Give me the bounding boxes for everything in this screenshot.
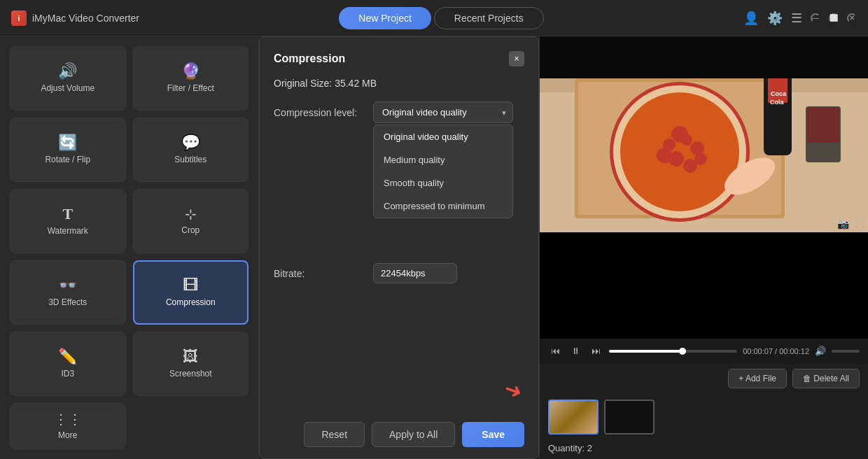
sidebar-label-subtitles: Subtitles	[174, 155, 206, 164]
titlebar-left: i iMyMac Video Converter	[11, 10, 139, 26]
svg-text:Coca: Coca	[771, 90, 787, 97]
thumb-pizza-image	[550, 401, 597, 433]
sidebar-item-filter-effect[interactable]: 🔮 Filter / Effect	[133, 46, 249, 111]
titlebar-right: 👤 ⚙️ ☰ — ⬜ ✕	[743, 10, 857, 26]
titlebar-center: New Project Recent Projects	[339, 7, 543, 29]
svg-text:Cola: Cola	[770, 99, 784, 106]
filter-effect-icon: 🔮	[181, 64, 200, 79]
svg-point-6	[620, 92, 739, 211]
delete-all-button[interactable]: 🗑 Delete All	[792, 369, 860, 388]
right-panel: Coca Cola 📷 ⛶ ⏮ ⏸ ⏭	[539, 36, 868, 459]
sidebar-label-filter-effect: Filter / Effect	[167, 83, 214, 93]
more-icon: ⋮⋮	[54, 412, 82, 426]
subtitles-icon: 💬	[181, 135, 200, 150]
screenshot-icon: 🖼	[183, 349, 198, 365]
sidebar-label-rotate-flip: Rotate / Flip	[45, 155, 90, 164]
svg-point-11	[663, 139, 676, 151]
dropdown-option-original[interactable]: Original video quality	[374, 125, 512, 148]
sidebar-item-more[interactable]: ⋮⋮ More	[10, 403, 126, 449]
svg-point-14	[694, 153, 707, 165]
svg-text:📷: 📷	[837, 218, 850, 230]
video-frame: Coca Cola 📷 ⛶	[540, 36, 868, 232]
volume-bar[interactable]	[832, 350, 860, 353]
dropdown-option-smooth[interactable]: Smooth quality	[374, 171, 512, 195]
modal-footer: Reset Apply to All Save	[260, 411, 538, 458]
sidebar: 🔊 Adjust Volume 🔮 Filter / Effect 🔄 Rota…	[0, 36, 259, 459]
compression-icon: 🎞	[183, 278, 198, 293]
center-panel: Compression × Original Size: 35.42 MB Co…	[259, 36, 539, 459]
add-file-button[interactable]: + Add File	[728, 369, 787, 388]
sidebar-label-screenshot: Screenshot	[169, 369, 212, 379]
recent-projects-tab[interactable]: Recent Projects	[434, 7, 544, 29]
compression-modal: Compression × Original Size: 35.42 MB Co…	[259, 36, 539, 459]
original-size-text: Original Size: 35.42 MB	[274, 78, 524, 89]
settings-icon[interactable]: ⚙️	[767, 10, 783, 26]
compression-level-row: Compression level: Original video qualit…	[274, 101, 524, 123]
volume-icon[interactable]: 🔊	[815, 346, 826, 356]
dropdown-option-compressed[interactable]: Compressed to minimum	[374, 195, 512, 218]
maximize-button[interactable]: ⬜	[829, 13, 839, 23]
app-icon: i	[11, 10, 27, 26]
sidebar-label-watermark: Watermark	[48, 226, 88, 236]
adjust-volume-icon: 🔊	[58, 64, 77, 79]
close-button[interactable]: ✕	[847, 13, 857, 23]
progress-dot	[679, 348, 686, 355]
quantity-text: Quantity: 2	[540, 440, 868, 459]
sidebar-label-more: More	[58, 430, 77, 440]
sidebar-label-id3: ID3	[61, 369, 74, 379]
sidebar-item-watermark[interactable]: T Watermark	[10, 189, 126, 253]
thumbnail-1[interactable]	[548, 400, 598, 435]
sidebar-item-subtitles[interactable]: 💬 Subtitles	[133, 118, 249, 182]
sidebar-label-compression: Compression	[166, 297, 216, 307]
compression-level-dropdown-container: Original video quality ▼ Original video …	[373, 101, 513, 123]
reset-button[interactable]: Reset	[304, 422, 365, 447]
play-button[interactable]: ⏸	[568, 344, 583, 358]
titlebar: i iMyMac Video Converter New Project Rec…	[0, 0, 868, 36]
thumb-dark-image	[606, 401, 653, 433]
modal-title: Compression	[274, 52, 345, 65]
id3-icon: ✏️	[58, 349, 77, 365]
skip-forward-button[interactable]: ⏭	[589, 344, 603, 358]
file-actions: + Add File 🗑 Delete All	[540, 363, 868, 394]
sidebar-item-rotate-flip[interactable]: 🔄 Rotate / Flip	[10, 118, 126, 182]
sidebar-item-3d-effects[interactable]: 👓 3D Effects	[10, 260, 126, 325]
bitrate-label: Bitrate:	[274, 268, 365, 279]
sidebar-item-id3[interactable]: ✏️ ID3	[10, 332, 126, 396]
menu-icon[interactable]: ☰	[791, 10, 802, 26]
modal-close-button[interactable]: ×	[509, 51, 524, 66]
time-display: 00:00:07 / 00:00:12	[743, 347, 809, 355]
progress-bar[interactable]	[609, 350, 737, 353]
new-project-tab[interactable]: New Project	[339, 7, 430, 29]
rotate-flip-icon: 🔄	[58, 135, 77, 150]
apply-all-button[interactable]: Apply to All	[372, 422, 455, 447]
compression-level-label: Compression level:	[274, 107, 365, 118]
progress-fill	[609, 350, 683, 353]
sidebar-label-crop: Crop	[181, 225, 200, 235]
svg-point-13	[668, 151, 684, 167]
svg-point-12	[681, 134, 692, 146]
bitrate-row: Bitrate:	[274, 263, 524, 283]
sidebar-item-crop[interactable]: ⊹ Crop	[133, 189, 249, 253]
main-layout: 🔊 Adjust Volume 🔮 Filter / Effect 🔄 Rota…	[0, 36, 868, 459]
thumbnail-2[interactable]	[604, 400, 654, 435]
crop-icon: ⊹	[185, 207, 197, 221]
video-controls: ⏮ ⏸ ⏭ 00:00:07 / 00:00:12 🔊	[540, 339, 868, 363]
3d-effects-icon: 👓	[58, 278, 77, 293]
bitrate-input[interactable]	[373, 263, 457, 283]
dropdown-option-medium[interactable]: Medium quality	[374, 148, 512, 171]
file-strip	[540, 394, 868, 440]
svg-rect-23	[540, 36, 868, 78]
minimize-button[interactable]: —	[811, 13, 820, 23]
app-title: iMyMac Video Converter	[32, 13, 139, 24]
video-preview: Coca Cola 📷 ⛶	[540, 36, 868, 339]
sidebar-item-screenshot[interactable]: 🖼 Screenshot	[133, 332, 249, 396]
modal-header: Compression ×	[274, 51, 524, 66]
sidebar-label-3d-effects: 3D Effects	[48, 297, 87, 307]
skip-back-button[interactable]: ⏮	[548, 344, 563, 358]
compression-level-dropdown[interactable]: Original video quality	[373, 101, 513, 123]
sidebar-item-compression[interactable]: 🎞 Compression	[133, 260, 249, 325]
sidebar-label-adjust-volume: Adjust Volume	[41, 83, 94, 93]
user-icon[interactable]: 👤	[743, 10, 759, 26]
save-button[interactable]: Save	[462, 422, 524, 447]
sidebar-item-adjust-volume[interactable]: 🔊 Adjust Volume	[10, 46, 126, 111]
